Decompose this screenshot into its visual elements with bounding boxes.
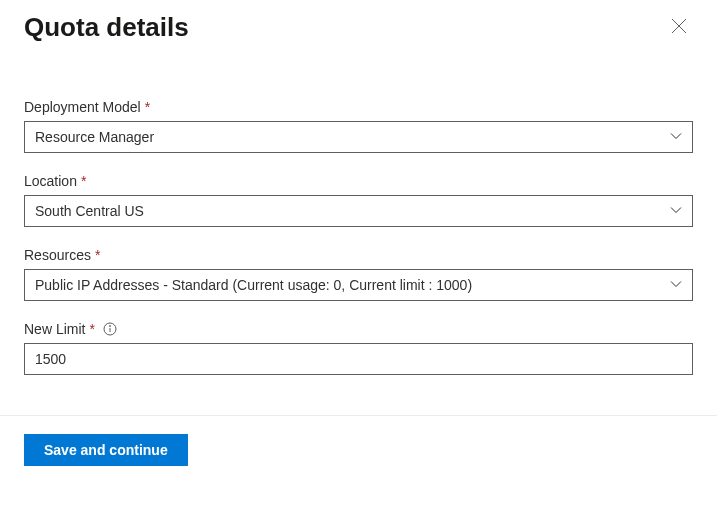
required-indicator: * — [81, 173, 86, 189]
close-icon — [671, 18, 687, 37]
location-select[interactable]: South Central US — [24, 195, 693, 227]
resources-value: Public IP Addresses - Standard (Current … — [35, 277, 472, 293]
new-limit-input[interactable] — [24, 343, 693, 375]
new-limit-field: New Limit * — [24, 321, 693, 375]
save-continue-button[interactable]: Save and continue — [24, 434, 188, 466]
deployment-model-label: Deployment Model — [24, 99, 141, 115]
close-button[interactable] — [665, 12, 693, 43]
required-indicator: * — [89, 321, 94, 337]
deployment-model-select[interactable]: Resource Manager — [24, 121, 693, 153]
page-title: Quota details — [24, 12, 189, 43]
location-field: Location * South Central US — [24, 173, 693, 227]
chevron-down-icon — [670, 203, 682, 219]
resources-select[interactable]: Public IP Addresses - Standard (Current … — [24, 269, 693, 301]
new-limit-label: New Limit — [24, 321, 85, 337]
deployment-model-value: Resource Manager — [35, 129, 154, 145]
required-indicator: * — [95, 247, 100, 263]
chevron-down-icon — [670, 277, 682, 293]
resources-label: Resources — [24, 247, 91, 263]
info-icon[interactable] — [103, 322, 117, 336]
resources-field: Resources * Public IP Addresses - Standa… — [24, 247, 693, 301]
svg-point-4 — [109, 326, 110, 327]
required-indicator: * — [145, 99, 150, 115]
location-label: Location — [24, 173, 77, 189]
deployment-model-field: Deployment Model * Resource Manager — [24, 99, 693, 153]
location-value: South Central US — [35, 203, 144, 219]
chevron-down-icon — [670, 129, 682, 145]
